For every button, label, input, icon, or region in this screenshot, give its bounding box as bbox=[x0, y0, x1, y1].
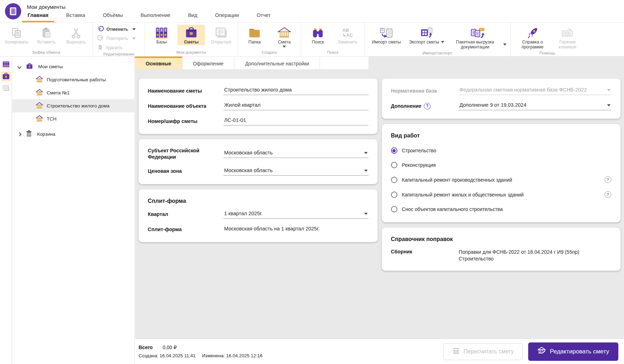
page-title: Мои документы bbox=[27, 4, 65, 10]
total-value: 0,00 ₽ bbox=[163, 345, 177, 350]
undo-icon bbox=[97, 25, 104, 33]
export-estimate-button[interactable]: Экспорт сметы bbox=[408, 25, 446, 45]
object-name-input[interactable]: Жилой квартал bbox=[223, 102, 368, 110]
briefcase-icon bbox=[185, 26, 198, 40]
tree-item-trash[interactable]: Корзина bbox=[12, 128, 134, 141]
ribbon-group-label: Создать bbox=[241, 49, 298, 55]
tab-otchet[interactable]: Отчет bbox=[251, 10, 276, 22]
tab-obyomy[interactable]: Объёмы bbox=[97, 10, 129, 22]
databases-button[interactable]: Базы bbox=[148, 25, 175, 45]
radio-icon bbox=[391, 162, 397, 168]
rail-databases-icon[interactable] bbox=[1, 59, 11, 69]
addition-select[interactable]: Дополнение 9 от 19.03.2024 bbox=[459, 102, 612, 110]
chevron-right-icon[interactable] bbox=[17, 132, 21, 136]
batch-export-button[interactable]: Пакетная выгрузка документации bbox=[448, 25, 507, 50]
radio-construction[interactable]: Строительство bbox=[391, 147, 612, 154]
paste-icon bbox=[40, 26, 52, 40]
tab-dopolnitelnye-nastroyki[interactable]: Дополнительные настройки bbox=[234, 57, 320, 69]
cut-button[interactable]: Вырезать bbox=[62, 25, 90, 45]
radio-icon bbox=[391, 206, 397, 212]
tree-item-construction-selected[interactable]: Строительство жилого дома bbox=[12, 99, 134, 112]
radio-demolition[interactable]: Снос объектов капитального строительства bbox=[391, 206, 612, 212]
field-label: Квартал bbox=[148, 211, 223, 218]
estimate-create-button[interactable]: Смета bbox=[270, 25, 298, 48]
modified-timestamp: Изменена: 16.04.2025 12:16 bbox=[202, 353, 262, 358]
field-label: Сборник bbox=[391, 249, 459, 255]
export-caret[interactable] bbox=[441, 41, 444, 43]
tab-glavnaya[interactable]: Главная bbox=[22, 10, 54, 22]
paste-button[interactable]: Вставить bbox=[33, 25, 60, 45]
open-docs-button[interactable]: Открытые bbox=[207, 25, 235, 45]
hotkeys-button[interactable]: Горячие клавиши bbox=[554, 25, 581, 50]
folder-create-button[interactable]: Папка bbox=[241, 25, 268, 45]
tab-osnovnye[interactable]: Основные bbox=[135, 57, 182, 69]
rail-estimates-icon[interactable] bbox=[1, 71, 11, 81]
chevron-down-icon[interactable] bbox=[17, 65, 21, 69]
ribbon-group-label: Буфер обмена bbox=[3, 49, 90, 55]
copy-icon bbox=[11, 26, 23, 40]
undo-button[interactable]: Отменить bbox=[96, 25, 142, 33]
edit-estimate-button[interactable]: Редактировать смету bbox=[528, 342, 618, 361]
price-zone-select[interactable]: Московская область bbox=[223, 168, 368, 176]
copy-button[interactable]: Копировать bbox=[3, 25, 30, 45]
keyboard-icon bbox=[561, 26, 574, 40]
radio-icon bbox=[391, 192, 397, 198]
batch-export-caret[interactable] bbox=[503, 43, 507, 46]
ribbon-group-create: Папка Смета Создать bbox=[238, 23, 301, 56]
redo-button[interactable]: Повторить bbox=[96, 35, 142, 42]
tree-root-my-estimates[interactable]: Мои сметы bbox=[12, 60, 134, 73]
header: Мои документы Главная Вставка Объёмы Вып… bbox=[0, 0, 624, 23]
radio-reconstruction[interactable]: Реконструкция bbox=[391, 162, 612, 168]
card-region: Субъект Российской Федерации Московская … bbox=[139, 139, 378, 184]
ribbon-group-label: Поиск bbox=[304, 49, 361, 55]
status-bar: Всего 0,00 ₽ Создана: 16.04.2025 11:41 И… bbox=[135, 339, 624, 364]
estimate-number-input[interactable]: ЛС-01-01 bbox=[223, 117, 368, 125]
card-corrections: Справочник поправок Сборник Поправки для… bbox=[382, 228, 621, 271]
redo-dropdown-caret[interactable] bbox=[132, 37, 136, 40]
recalculate-button[interactable]: Пересчитать смету bbox=[443, 343, 523, 360]
chevron-down-icon bbox=[364, 170, 368, 172]
chevron-down-icon bbox=[364, 152, 368, 154]
undo-dropdown-caret[interactable] bbox=[132, 28, 136, 30]
radio-capital-repair-industrial[interactable]: Капитальный ремонт производственных здан… bbox=[391, 176, 612, 183]
tab-vid[interactable]: Вид bbox=[182, 10, 203, 22]
tab-vstavka[interactable]: Вставка bbox=[60, 10, 91, 22]
estimate-create-caret[interactable] bbox=[282, 46, 286, 48]
help-icon[interactable]: ? bbox=[424, 103, 431, 110]
house-icon bbox=[36, 115, 43, 123]
created-timestamp: Создана: 16.04.2025 11:41 bbox=[139, 353, 196, 358]
import-estimate-button[interactable]: Импорт сметы bbox=[367, 25, 406, 45]
redo-icon bbox=[97, 35, 104, 42]
estimate-name-input[interactable]: Строительство жилого дома bbox=[223, 87, 368, 95]
split-form-value: Московская область на 1 квартал 2025г. bbox=[223, 226, 368, 234]
about-button[interactable]: Справка о программе bbox=[513, 25, 552, 50]
help-icon[interactable]: ? bbox=[605, 176, 611, 183]
tree-item-preparatory-works[interactable]: Подготовительные работы bbox=[12, 73, 134, 86]
documents-tree: Мои сметы Подготовительные работы Смета … bbox=[12, 57, 135, 364]
tab-oformlenie[interactable]: Оформление bbox=[182, 57, 235, 69]
card-general: Наименование сметы Строительство жилого … bbox=[139, 78, 378, 134]
quarter-select[interactable]: 1 квартал 2025г. bbox=[223, 211, 368, 219]
tree-item-tsn[interactable]: ТСН bbox=[12, 112, 134, 125]
section-title: Вид работ bbox=[391, 133, 612, 139]
ribbon-group-label: Мои документы bbox=[148, 49, 235, 55]
help-icon[interactable]: ? bbox=[605, 191, 611, 198]
calculator-icon bbox=[452, 347, 460, 356]
form-content: Наименование сметы Строительство жилого … bbox=[135, 69, 624, 339]
tree-item-estimate-1[interactable]: Смета №1 bbox=[12, 86, 134, 99]
tab-vypolnenie[interactable]: Выполнение bbox=[135, 10, 176, 22]
trash-icon bbox=[97, 44, 103, 51]
delete-button[interactable]: Удалить bbox=[96, 44, 142, 51]
region-select[interactable]: Московская область bbox=[223, 150, 368, 158]
tree-item-label: Подготовительные работы bbox=[47, 77, 106, 82]
left-rail bbox=[0, 57, 12, 364]
view-tabs: Основные Оформление Дополнительные настр… bbox=[135, 57, 368, 69]
estimates-button[interactable]: Сметы bbox=[177, 25, 205, 45]
replace-button[interactable]: AB↳AC Заменить bbox=[334, 25, 361, 45]
search-button[interactable]: Поиск bbox=[304, 25, 332, 45]
tab-operacii[interactable]: Операции bbox=[209, 10, 245, 22]
rail-reports-icon[interactable] bbox=[1, 83, 11, 93]
normative-base-select: Федеральная сметная нормативная база ФСН… bbox=[459, 87, 612, 95]
radio-capital-repair-residential[interactable]: Капитальный ремонт жилых и общественных … bbox=[391, 191, 612, 198]
edit-house-icon bbox=[537, 346, 546, 357]
